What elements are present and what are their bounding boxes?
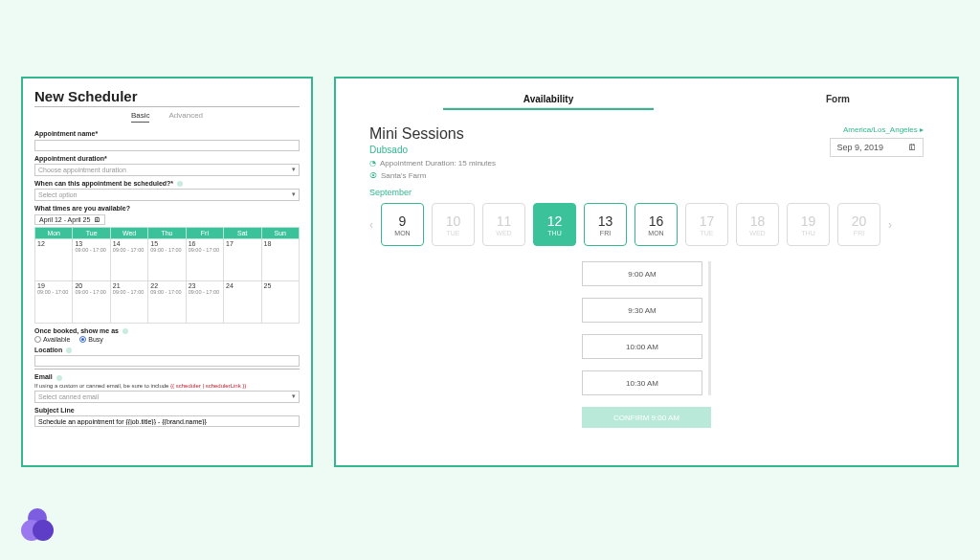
divider [34,369,300,370]
date-picker[interactable]: Sep 9, 2019 🗓 [830,138,924,157]
day-cell[interactable]: 9MON [381,203,424,246]
availability-calendar: MonTueWedThuFriSatSun 121309:00 - 17:001… [34,227,300,324]
info-icon[interactable] [56,375,62,381]
confirm-slot-button[interactable]: CONFIRM 9:00 AM [582,407,711,428]
calendar-cell[interactable]: 1309:00 - 17:00 [73,238,110,280]
calendar-cell[interactable]: 1409:00 - 17:00 [110,238,147,280]
radio-busy[interactable]: Busy [79,336,103,343]
appointment-name-label: Appointment name* [34,130,300,137]
calendar-cell[interactable]: 12 [35,238,73,280]
booked-status-label: Once booked, show me as [34,327,300,334]
calendar-day-header: Tue [73,227,110,238]
calendar-day-header: Wed [110,227,147,238]
day-strip: ‹ 9MON10TUE11WED12THU13FRI16MON17TUE18WE… [369,203,924,246]
brand-logo [21,508,56,543]
month-label: September [369,188,924,197]
tab-advanced[interactable]: Advanced [168,111,203,123]
tab-availability[interactable]: Availability [443,90,654,110]
timezone-link[interactable]: America/Los_Angeles ▸ [830,125,924,134]
calendar-icon: 🗓 [94,216,100,223]
clock-icon: ◔ [369,159,376,168]
calendar-cell[interactable]: 25 [261,280,299,323]
calendar-cell[interactable]: 24 [224,280,261,323]
appointment-title: Mini Sessions [369,125,496,143]
day-cell: 11WED [482,203,525,246]
date-range-picker[interactable]: April 12 - April 25 🗓 [34,214,105,225]
prev-days-button[interactable]: ‹ [369,218,373,232]
calendar-cell[interactable]: 2209:00 - 17:00 [148,280,186,323]
calendar-icon: 🗓 [908,143,917,152]
preview-tabs: Availability Form [369,90,924,110]
calendar-cell[interactable]: 1609:00 - 17:00 [186,238,223,280]
scheduler-preview-panel: Availability Form Mini Sessions Dubsado … [334,77,959,467]
calendar-cell[interactable]: 2309:00 - 17:00 [186,280,223,323]
location-meta: ⦿ Santa's Farm [369,171,496,180]
page-title: New Scheduler [34,88,300,104]
time-slot[interactable]: 9:30 AM [582,298,702,323]
availability-label: What times are you available? [34,205,300,212]
calendar-cell[interactable]: 1509:00 - 17:00 [148,238,186,280]
day-cell[interactable]: 13FRI [584,203,627,246]
next-days-button[interactable]: › [888,218,892,232]
canned-email-placeholder: Select canned email [38,393,99,400]
schedule-placeholder: Select option [38,191,77,198]
calendar-cell[interactable]: 1909:00 - 17:00 [35,280,73,323]
chevron-down-icon: ▾ [292,392,296,400]
location-input[interactable] [34,355,300,367]
calendar-cell[interactable]: 18 [261,238,299,280]
tab-basic[interactable]: Basic [131,111,150,123]
appointment-duration-select[interactable]: Choose appointment duration ▾ [34,164,300,176]
email-help-text: If using a custom or canned email, be su… [34,383,300,389]
scheduler-editor-panel: New Scheduler Basic Advanced Appointment… [21,77,313,467]
booked-status-radios: Available Busy [34,336,300,343]
calendar-cell[interactable]: 2109:00 - 17:00 [110,280,147,323]
calendar-cell[interactable]: 2009:00 - 17:00 [73,280,110,323]
schedule-window-select[interactable]: Select option ▾ [34,189,300,201]
calendar-day-header: Sat [224,227,261,238]
day-cell: 19THU [787,203,830,246]
vendor-name: Dubsado [369,145,496,155]
appointment-name-input[interactable] [34,140,300,151]
calendar-day-header: Fri [186,227,223,238]
schedule-window-label: When can this appointment be scheduled?* [34,180,300,187]
calendar-cell[interactable]: 17 [224,238,261,280]
pin-icon: ⦿ [369,171,377,180]
time-slot-list: 9:00 AM9:30 AM10:00 AM10:30 AM CONFIRM 9… [582,261,711,428]
canned-email-select[interactable]: Select canned email ▾ [34,391,300,403]
subject-line-input[interactable] [34,415,300,427]
calendar-day-header: Sun [261,227,299,238]
subject-line-label: Subject Line [34,407,300,414]
day-cell: 18WED [736,203,779,246]
duration-placeholder: Choose appointment duration [38,167,126,173]
time-slot[interactable]: 10:30 AM [582,370,702,395]
time-slot[interactable]: 10:00 AM [582,334,702,359]
chevron-down-icon: ▾ [292,166,296,173]
calendar-day-header: Mon [35,227,73,238]
day-cell[interactable]: 12THU [533,203,576,246]
divider [34,106,300,107]
info-icon[interactable] [122,328,128,334]
info-icon[interactable] [177,181,183,187]
chevron-down-icon: ▾ [292,190,296,198]
appointment-duration-label: Appointment duration* [34,155,300,162]
time-slot[interactable]: 9:00 AM [582,261,702,286]
location-label: Location [34,347,300,353]
radio-available[interactable]: Available [34,336,70,343]
info-icon[interactable] [66,347,72,353]
day-cell: 10TUE [432,203,475,246]
day-cell: 20FRI [837,203,880,246]
calendar-day-header: Thu [148,227,186,238]
day-cell[interactable]: 16MON [635,203,678,246]
email-label: Email [34,373,300,380]
editor-tabs: Basic Advanced [34,111,300,123]
duration-meta: ◔ Appointment Duration: 15 minutes [369,159,496,168]
day-cell: 17TUE [685,203,728,246]
tab-form[interactable]: Form [826,90,850,110]
